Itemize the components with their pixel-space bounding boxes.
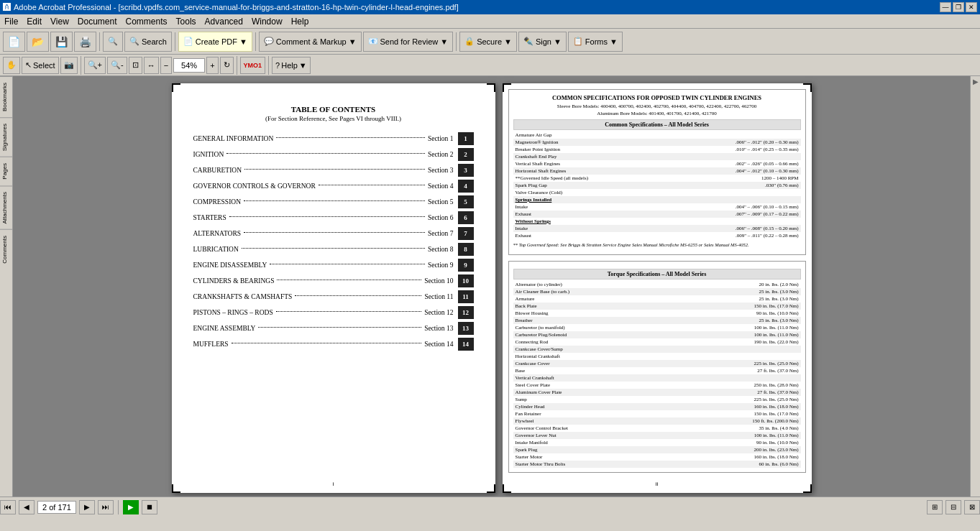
attachments-tab[interactable]: Attachments — [0, 185, 12, 229]
toc-num[interactable]: 10 — [458, 274, 474, 287]
corner-spec-tr — [803, 83, 812, 92]
toc-num[interactable]: 6 — [458, 211, 474, 224]
sign-button[interactable]: ✒️ Sign ▼ — [518, 32, 567, 52]
help-arrow: ▼ — [299, 61, 307, 70]
first-page-button[interactable]: ⏮ — [0, 500, 16, 514]
fit-page-button[interactable]: ⊡ — [129, 57, 142, 74]
help-button[interactable]: ? Help ▼ — [272, 57, 311, 74]
hand-tool-button[interactable]: ✋ — [3, 57, 20, 74]
torque-label: Connecting Rod — [513, 338, 668, 346]
prev-page-button[interactable]: ◀ — [19, 500, 35, 514]
find-button[interactable]: 🔍 — [103, 32, 123, 52]
menu-help[interactable]: Help — [287, 15, 313, 28]
menu-tools[interactable]: Tools — [172, 15, 201, 28]
menu-comments[interactable]: Comments — [122, 15, 172, 28]
next-page-button[interactable]: ▶ — [79, 500, 95, 514]
toc-num[interactable]: 3 — [458, 164, 474, 177]
ymobi-button[interactable]: YMO1 — [240, 57, 266, 74]
bookmarks-tab[interactable]: Bookmarks — [0, 76, 12, 117]
forms-icon: 📋 — [573, 37, 583, 46]
save-button[interactable]: 💾 — [50, 32, 73, 52]
send-review-button[interactable]: 📧 Send for Review ▼ — [363, 32, 454, 52]
toc-dots — [226, 153, 425, 154]
comment-icon: 💬 — [264, 37, 274, 46]
spec-row: Exhaust .007" – .009" (0.17 – 0.22 mm) — [513, 211, 801, 218]
menu-edit[interactable]: Edit — [22, 15, 46, 28]
torque-row: Carburetor (to manifold) 100 in. lbs. (1… — [513, 324, 801, 331]
toc-row-name: IGNITION — [193, 151, 224, 158]
menu-file[interactable]: File — [0, 15, 22, 28]
toc-num[interactable]: 12 — [458, 306, 474, 319]
zoom-in-button[interactable]: 🔍+ — [84, 57, 106, 74]
page-right: COMMON SPECIFICATIONS FOR OPPOSED TWIN C… — [503, 83, 812, 493]
toc-num[interactable]: 11 — [458, 290, 474, 303]
toc-row: CYLINDERS & BEARINGS Section 10 10 — [193, 274, 474, 287]
new-button[interactable]: 📄 — [3, 32, 25, 52]
restore-button[interactable]: ❐ — [953, 2, 964, 12]
open-button[interactable]: 📂 — [27, 32, 49, 52]
separator-4 — [456, 32, 457, 51]
toc-num[interactable]: 9 — [458, 259, 474, 272]
fit-width-button[interactable]: ↔ — [144, 57, 159, 74]
separator-6 — [237, 56, 237, 75]
comment-markup-button[interactable]: 💬 Comment & Markup ▼ — [259, 32, 362, 52]
fit-window-button[interactable]: ⊞ — [927, 500, 943, 514]
menu-document[interactable]: Document — [73, 15, 122, 28]
secure-button[interactable]: 🔒 Secure ▼ — [459, 32, 517, 52]
title-text: Adobe Acrobat Professional - [scribd.vpd… — [14, 3, 459, 11]
last-page-button[interactable]: ⏭ — [98, 500, 114, 514]
spec-value: .006" – .008" (0.15 – 0.20 mm) — [667, 225, 800, 232]
toc-num[interactable]: 2 — [458, 148, 474, 161]
zoom-input[interactable]: 54% — [173, 58, 205, 73]
toc-dots — [244, 232, 425, 233]
separator-7 — [268, 56, 269, 75]
expand-arrow[interactable]: ▶ — [973, 78, 979, 86]
pages-tab[interactable]: Pages — [0, 157, 12, 185]
comments-tab[interactable]: Comments — [0, 229, 12, 269]
forms-button[interactable]: 📋 Forms ▼ — [568, 32, 623, 52]
minimize-button[interactable]: — — [940, 2, 951, 12]
spec-torque-table: Alternator (to cylinder) 20 in. lbs. (2.… — [513, 281, 801, 468]
new-icon: 📄 — [8, 36, 20, 47]
two-page-button[interactable]: ⊠ — [964, 500, 980, 514]
toc-section: Section 3 — [428, 167, 454, 174]
menu-view[interactable]: View — [46, 15, 73, 28]
toc-section: Section 13 — [424, 325, 453, 332]
torque-value: 200 in. lbs. (23.0 Nm) — [667, 446, 800, 453]
spec-row: Vertical Shaft Engines .002" – .026" (0.… — [513, 160, 801, 167]
torque-label: Crankcase Cover/Sump — [513, 346, 668, 353]
toc-num[interactable]: 1 — [458, 132, 474, 145]
toc-num[interactable]: 14 — [458, 338, 474, 351]
title-bar-controls[interactable]: — ❐ ✕ — [940, 2, 977, 12]
toc-num[interactable]: 13 — [458, 322, 474, 335]
torque-row: Blower Housing 90 in. lbs. (10.0 Nm) — [513, 310, 801, 317]
close-button[interactable]: ✕ — [966, 2, 977, 12]
torque-label: Fan Retainer — [513, 410, 668, 417]
help-label: Help — [281, 61, 298, 70]
print-button[interactable]: 🖨️ — [74, 32, 96, 52]
search-button[interactable]: 🔍Search — [124, 32, 172, 52]
toc-section: Section 1 — [428, 135, 454, 142]
toc-num[interactable]: 4 — [458, 180, 474, 193]
zoom-in-small-button[interactable]: + — [206, 57, 218, 74]
play-button[interactable]: ▶ — [123, 500, 139, 514]
zoom-out-button[interactable]: 🔍- — [107, 57, 127, 74]
create-pdf-button[interactable]: 📄 Create PDF ▼ — [178, 32, 252, 52]
select-label: Select — [33, 61, 55, 70]
toc-num[interactable]: 5 — [458, 195, 474, 208]
signatures-tab[interactable]: Signatures — [0, 117, 12, 157]
rotate-button[interactable]: ↻ — [220, 57, 234, 74]
toc-num[interactable]: 7 — [458, 227, 474, 240]
toc-num[interactable]: 8 — [458, 243, 474, 256]
select-tool-button[interactable]: ↖ Select — [22, 57, 59, 74]
menu-advanced[interactable]: Advanced — [201, 15, 247, 28]
menu-window[interactable]: Window — [247, 15, 287, 28]
page-right-mark: ii — [656, 481, 659, 487]
snapshot-tool-button[interactable]: 📷 — [60, 57, 78, 74]
zoom-out-small-button[interactable]: − — [160, 57, 172, 74]
actual-size-button[interactable]: ⊟ — [945, 500, 961, 514]
torque-row: Starter Motor 160 in. lbs. (18.0 Nm) — [513, 453, 801, 461]
torque-label: Vertical Crankshaft — [513, 374, 668, 382]
torque-label: Intake Manifold — [513, 439, 668, 446]
stop-button[interactable]: ⏹ — [142, 500, 157, 514]
